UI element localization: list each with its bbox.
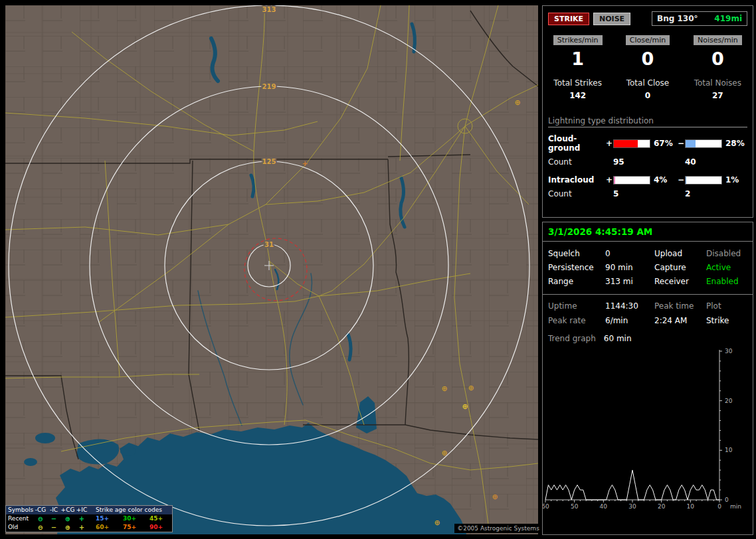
legend-row-label: Recent [6, 514, 34, 523]
total-close-label: Total Close [626, 78, 670, 88]
legend-row: Old ⊖ − ⊕ + 60+ 75+ 90+ [6, 523, 172, 532]
age-code: 45+ [143, 514, 169, 523]
cg-minus-bar [685, 139, 722, 148]
plus-sign: + [605, 175, 613, 185]
svg-text:60: 60 [543, 503, 549, 510]
bearing-label: Bng 130° [657, 14, 698, 23]
strike-symbol: ⊕ [434, 518, 440, 527]
svg-text:50: 50 [571, 503, 579, 510]
total-noises-label: Total Noises [694, 78, 741, 88]
legend-symbols-header: Symbols [6, 506, 34, 514]
squelch-value: 0 [605, 249, 654, 258]
range-label: Range [548, 277, 605, 286]
legend-row: Recent ⊖ − ⊕ + 15+ 30+ 45+ [6, 514, 172, 523]
strike-symbol: ⊕ [441, 449, 447, 457]
cg-plus-bar [613, 139, 650, 148]
age-code: 30+ [116, 514, 143, 523]
count-label: Count [548, 157, 605, 167]
cloud-ground-label: Cloud-ground [548, 134, 605, 153]
cg-minus-count: 40 [685, 157, 722, 167]
datetime: 3/1/2026 4:45:19 AM [543, 222, 753, 242]
noise-button[interactable]: NOISE [593, 13, 630, 25]
total-strikes-label: Total Strikes [553, 78, 602, 88]
svg-text:10: 10 [687, 503, 695, 510]
cg-minus-symbol: ⊖ [34, 523, 47, 532]
plot-label: Plot [706, 301, 747, 311]
ic-minus-count: 2 [685, 189, 722, 198]
ic-plus-symbol: + [75, 514, 88, 523]
strike-symbol: ⊕ [462, 402, 468, 411]
noises-per-min-value: 0 [711, 49, 724, 69]
ic-plus-count: 5 [613, 189, 650, 198]
ring-label-31: 31 [264, 241, 274, 248]
peak-time-value: 2:24 AM [654, 316, 706, 325]
plus-sign: + [605, 139, 613, 148]
total-noises-value: 27 [712, 91, 723, 100]
peak-rate-value: 6/min [605, 316, 654, 325]
ring-label-313: 313 [262, 6, 276, 13]
bearing-display: Bng 130° 419mi [652, 11, 747, 26]
settings-grid: Squelch 0 Upload Disabled Persistence 90… [548, 249, 747, 286]
close-per-min-header: Close/min [626, 35, 670, 45]
plot-value: Strike [706, 316, 747, 325]
count-label: Count [548, 189, 605, 198]
legend-header: Symbols -CG -IC +CG +IC Strike age color… [6, 506, 172, 514]
legend-age-header: Strike age color codes [88, 506, 169, 514]
distribution-title: Lightning type distribution [548, 116, 747, 127]
minus-sign: − [677, 139, 685, 148]
age-code: 90+ [143, 523, 169, 532]
strike-button[interactable]: STRIKE [548, 13, 589, 25]
cg-plus-symbol: ⊕ [60, 523, 75, 532]
svg-text:0: 0 [717, 503, 721, 510]
strikes-per-min-header: Strikes/min [553, 35, 603, 45]
trend-graph-window: 60 min [604, 334, 632, 343]
ring-label-125: 125 [262, 158, 276, 165]
legend-col-ic-minus: -IC [47, 506, 60, 514]
plus-bar-fill [614, 140, 638, 147]
strike-symbol: ⊕ [468, 384, 474, 392]
svg-text:0: 0 [725, 497, 729, 503]
cg-minus-pct: 28% [722, 139, 745, 148]
svg-text:20: 20 [725, 398, 733, 404]
persistence-value: 90 min [605, 263, 654, 272]
ic-minus-symbol: − [47, 523, 60, 532]
age-code: 60+ [88, 523, 116, 532]
intracloud-label: Intracloud [548, 175, 605, 185]
rate-grid: Strikes/min 1 Total Strikes 142 Close/mi… [543, 35, 753, 100]
distribution-row: Intracloud + 4% − 1% Count 5 2 [548, 175, 747, 198]
map-legend: Symbols -CG -IC +CG +IC Strike age color… [5, 505, 173, 532]
close-per-min-value: 0 [642, 49, 654, 69]
nexstorm-window: 313 219 125 31 ⊕+⊕⊕⊕⊕⊕⊕ Symbols -CG -IC … [0, 0, 756, 539]
svg-text:40: 40 [600, 503, 608, 510]
uptime-label: Uptime [548, 301, 605, 311]
cg-plus-count: 95 [613, 157, 650, 167]
capture-label: Capture [654, 263, 706, 272]
divider [543, 294, 753, 295]
ic-minus-bar [685, 176, 722, 185]
svg-text:10: 10 [725, 447, 733, 453]
uptime-value: 1144:30 [605, 301, 654, 311]
copyright: ©2005 Astrogenic Systems [454, 524, 542, 533]
ic-minus-pct: 1% [722, 175, 745, 185]
trend-graph: 6050403020100min3020100 [543, 346, 751, 514]
status-panel: 3/1/2026 4:45:19 AM Squelch 0 Upload Dis… [542, 222, 753, 535]
total-strikes-value: 142 [569, 91, 586, 100]
persistence-label: Persistence [548, 263, 605, 272]
svg-text:min: min [730, 503, 741, 510]
peak-rate-label: Peak rate [548, 316, 605, 325]
distribution-row: Cloud-ground + 67% − 28% Count 95 40 [548, 134, 747, 167]
age-code: 75+ [116, 523, 143, 532]
peak-time-label: Peak time [654, 301, 706, 311]
legend-col-ic-plus: +IC [75, 506, 88, 514]
svg-text:20: 20 [658, 503, 666, 510]
cg-plus-pct: 67% [650, 139, 677, 148]
strike-symbol: ⊕ [492, 493, 498, 501]
lightning-map[interactable]: 313 219 125 31 ⊕+⊕⊕⊕⊕⊕⊕ [5, 5, 538, 534]
cg-plus-symbol: ⊕ [60, 514, 75, 523]
svg-text:30: 30 [725, 348, 733, 354]
status-grid: Uptime 1144:30 Peak time Plot Peak rate … [548, 301, 747, 325]
strike-symbol: + [302, 159, 308, 168]
squelch-label: Squelch [548, 249, 605, 258]
ic-plus-symbol: + [75, 523, 88, 532]
legend-col-cg-plus: +CG [60, 506, 75, 514]
